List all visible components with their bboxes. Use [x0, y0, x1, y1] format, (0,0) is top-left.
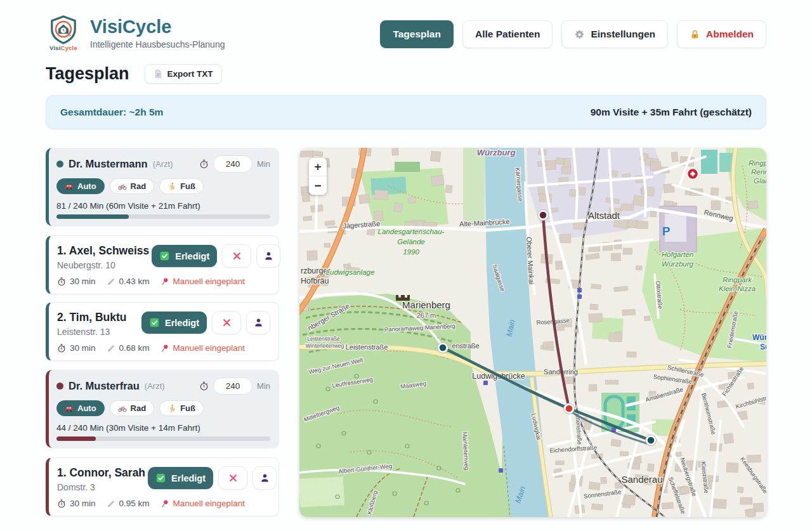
patient-name: 2. Tim, Buktu [57, 311, 127, 324]
doctor-name: Dr. Musterfrau [69, 380, 140, 392]
hospital-marker[interactable] [688, 169, 698, 180]
mode-fuss-button[interactable]: Fuß [159, 400, 204, 416]
remove-button[interactable] [212, 311, 241, 334]
stopwatch-icon [199, 381, 209, 391]
svg-text:Ludwigsanlage: Ludwigsanlage [326, 268, 375, 276]
mode-fuss-button[interactable]: Fuß [159, 178, 204, 194]
bicycle-icon [118, 182, 127, 191]
travel-mode-selector: Auto Rad Fuß [56, 178, 270, 194]
svg-text:Leistenstraße: Leistenstraße [346, 343, 388, 351]
map-canvas[interactable]: WürzburgAltstadtAlte-MainbrückeOberer Ma… [299, 148, 766, 517]
minutes-input[interactable] [213, 377, 252, 395]
patient-address: Leistenstr. 13 [57, 327, 127, 337]
car-icon [65, 404, 74, 413]
progress-text: 81 / 240 Min (60m Visite + 21m Fahrt) [56, 201, 270, 211]
progress-bar [56, 214, 270, 219]
doctor-card-musterfrau: Dr. Musterfrau (Arzt) Min Auto Rad Fuß [46, 370, 279, 448]
app-tagline: Intelligente Hausbesuchs-Planung [90, 39, 225, 49]
mode-auto-button[interactable]: Auto [56, 178, 105, 194]
stopwatch-icon [57, 499, 66, 508]
doctor-card-mustermann: Dr. Mustermann (Arzt) Min Auto Rad Fuß [46, 148, 279, 226]
logout-button[interactable]: Abmelden [677, 20, 766, 48]
remove-button[interactable] [218, 466, 247, 490]
visit-duration: 30 min [57, 499, 96, 508]
zoom-in-button[interactable]: + [309, 158, 327, 176]
svg-text:Winterleitenweg: Winterleitenweg [306, 343, 344, 349]
check-icon [159, 251, 170, 261]
doctor-group: Dr. Musterfrau (Arzt) Min Auto Rad Fuß [46, 370, 279, 516]
patient-actions: Erledigt [148, 466, 277, 490]
patient-address: Domstr. 3 [57, 482, 145, 492]
svg-text:Ringpa: Ringpa [749, 159, 766, 167]
mode-rad-button[interactable]: Rad [110, 400, 155, 416]
patient-profile-button[interactable] [246, 311, 270, 334]
svg-text:Würz: Würz [752, 333, 766, 342]
total-duration: Gesamtdauer: ~2h 5m [60, 107, 163, 118]
stopwatch-icon [199, 159, 209, 169]
svg-text:Klein-Nizza: Klein-Nizza [719, 285, 756, 292]
tab-alle-patienten[interactable]: Alle Patienten [462, 20, 553, 48]
check-icon [149, 317, 160, 328]
stopwatch-icon [57, 277, 66, 286]
x-icon [228, 473, 239, 483]
marker-altstadt[interactable] [538, 210, 549, 221]
remove-button[interactable] [222, 244, 251, 268]
travel-distance: 0.95 km [107, 499, 150, 508]
export-txt-button[interactable]: Export TXT [145, 64, 222, 84]
marker-red-stop[interactable] [564, 403, 575, 414]
mode-auto-button[interactable]: Auto [56, 400, 105, 416]
budget-controls: Min [199, 377, 270, 395]
logo-caption: VisiCycle [46, 44, 81, 51]
doctor-name: Dr. Mustermann [69, 158, 148, 170]
app-logo: VisiCycle [46, 15, 81, 51]
lock-icon [690, 29, 700, 40]
erledigt-button[interactable]: Erledigt [152, 245, 217, 267]
mode-rad-button[interactable]: Rad [110, 178, 155, 194]
minutes-input[interactable] [213, 155, 252, 173]
svg-text:267 m: 267 m [417, 311, 436, 319]
svg-text:Ringpark: Ringpark [723, 276, 752, 284]
main-nav: Tagesplan Alle Patienten Einstellungen A… [380, 20, 766, 48]
doctor-color-dot [56, 383, 63, 390]
patient-name: 1. Axel, Schweiss [57, 244, 149, 258]
marker-leistenstrasse[interactable] [438, 343, 449, 353]
patient-meta: 30 min 0.68 km Manuell eingeplant [57, 343, 270, 353]
page-title: Tagesplan [46, 64, 129, 84]
x-icon [221, 317, 232, 328]
svg-text:enstraße: enstraße [452, 342, 479, 350]
patient-profile-button[interactable] [256, 244, 280, 268]
tab-tagesplan[interactable]: Tagesplan [380, 20, 454, 48]
map-zoom-control: + − [309, 158, 327, 195]
progress-fill [56, 436, 96, 441]
pencil-icon [107, 499, 115, 508]
x-icon [232, 251, 242, 261]
visit-duration: 30 min [57, 277, 96, 286]
title-row: Tagesplan Export TXT [0, 64, 812, 84]
patient-card-connor: 1. Connor, Sarah Domstr. 3 Erledigt 30 m… [46, 457, 279, 516]
doctor-header: Dr. Mustermann (Arzt) Min [56, 155, 270, 173]
pushpin-icon [160, 499, 169, 508]
svg-text:Hofbräu: Hofbräu [301, 277, 329, 285]
patient-profile-button[interactable] [252, 466, 277, 490]
shield-house-clock-icon [49, 15, 78, 44]
svg-text:Sanderau: Sanderau [621, 474, 662, 485]
erledigt-button[interactable]: Erledigt [148, 467, 213, 489]
erledigt-button[interactable]: Erledigt [141, 311, 207, 334]
stopwatch-icon [57, 344, 66, 353]
budget-controls: Min [199, 155, 270, 173]
marker-sanderau[interactable] [646, 435, 657, 446]
svg-text:Sü: Sü [760, 343, 766, 351]
svg-text:Marienberg: Marienberg [402, 299, 450, 310]
bicycle-icon [118, 404, 127, 413]
patient-name: 1. Connor, Sarah [57, 466, 145, 480]
patient-address: Neubergstr. 10 [57, 260, 149, 270]
zoom-out-button[interactable]: − [309, 176, 327, 195]
patient-meta: 30 min 0.43 km Manuell eingeplant [57, 277, 270, 286]
doctor-color-dot [56, 161, 63, 167]
route-map[interactable]: + − [299, 148, 766, 517]
manual-plan-note: Manuell eingeplant [160, 499, 245, 508]
svg-text:Rennwe: Rennwe [751, 168, 766, 176]
tab-einstellungen[interactable]: Einstellungen [561, 20, 668, 48]
app-title: VisiCycle [90, 17, 225, 36]
travel-distance: 0.68 km [107, 343, 150, 353]
